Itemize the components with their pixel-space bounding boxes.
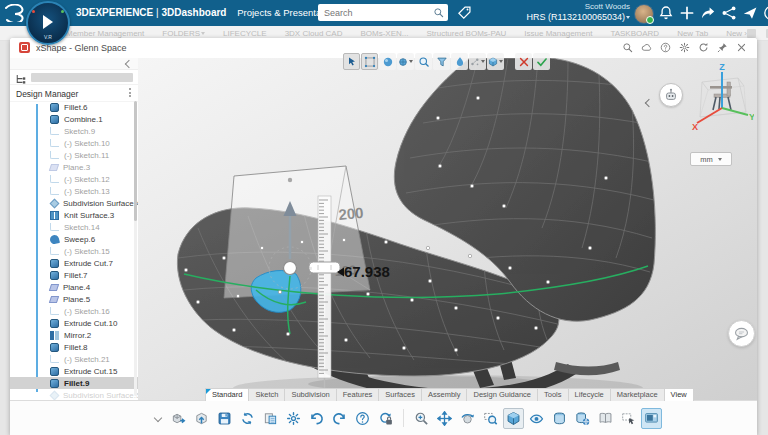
frame-tool-button[interactable] <box>361 53 378 70</box>
scrollbar-thumb[interactable] <box>134 101 137 221</box>
render-style-button[interactable] <box>397 53 414 70</box>
search-button[interactable] <box>622 42 633 53</box>
collapse-right-icon[interactable] <box>646 92 654 100</box>
dashboard-tab-3dx-cloud-cad[interactable]: 3DX Cloud CAD <box>285 29 343 38</box>
zoom-area-button[interactable] <box>480 408 501 429</box>
update-lock-button[interactable] <box>375 408 396 429</box>
tree-item--sketch-13[interactable]: (-) Sketch.13 <box>10 185 138 197</box>
tree-item-fillet-6[interactable]: Fillet.6 <box>10 101 138 113</box>
dashboard-tab-lifecycle[interactable]: LIFECYCLE <box>223 29 267 38</box>
share-arrow-button[interactable] <box>700 5 716 21</box>
avatar[interactable] <box>634 4 654 24</box>
help-button[interactable] <box>352 408 373 429</box>
dimension-slider-handle[interactable] <box>309 262 340 273</box>
dashboard-tab-issue-management[interactable]: Issue Management <box>524 29 592 38</box>
tab-features[interactable]: Features <box>336 388 380 401</box>
share-nodes-button[interactable] <box>721 5 737 21</box>
collapse-panel-icon[interactable] <box>125 60 133 68</box>
pin-button[interactable] <box>717 42 728 53</box>
dashboard-tab-new-tab[interactable]: New Tab <box>677 29 708 38</box>
axis-triad[interactable]: Z X Y <box>686 62 754 150</box>
select-window-button[interactable] <box>618 408 639 429</box>
search-input[interactable] <box>322 7 433 19</box>
panel-scrollbar[interactable] <box>134 101 137 396</box>
screen-mode-button[interactable] <box>641 408 662 429</box>
tab-sketch[interactable]: Sketch <box>248 388 285 401</box>
tree-item-subdivision-surface-5[interactable]: Subdivision Surface.5 <box>10 389 138 400</box>
redo-button[interactable] <box>329 408 350 429</box>
plane-button[interactable] <box>742 5 758 21</box>
tree-item-fillet-7[interactable]: Fillet.7 <box>10 269 138 281</box>
dashboard-tab-structured-boms-pau[interactable]: Structured BOMs-PAU <box>426 29 506 38</box>
help-button[interactable] <box>660 42 671 53</box>
comment-bubble-button[interactable] <box>728 320 755 347</box>
tree-item-extrude-cut-15[interactable]: Extrude Cut.15 <box>10 365 138 377</box>
units-dropdown[interactable]: mm <box>690 152 732 166</box>
tree-structure-icon[interactable] <box>15 71 27 83</box>
filter-tool-button[interactable] <box>433 53 450 70</box>
import-button[interactable] <box>191 408 212 429</box>
tab-view[interactable]: View <box>664 388 694 401</box>
view-style-button[interactable] <box>526 408 547 429</box>
material-tool-button[interactable] <box>451 53 468 70</box>
tree-item--sketch-21[interactable]: (-) Sketch.21 <box>10 353 138 365</box>
add-button[interactable] <box>679 5 695 21</box>
toolbar-collapse-icon[interactable] <box>152 412 164 424</box>
tag-button[interactable] <box>457 5 472 20</box>
tree-item-subdivision-surface-4[interactable]: Subdivision Surface.4 <box>10 197 138 209</box>
zoom-button[interactable] <box>411 408 432 429</box>
tab-surfaces[interactable]: Surfaces <box>378 388 422 401</box>
tree-item-plane-3[interactable]: Plane.3 <box>10 161 138 173</box>
undo-button[interactable] <box>306 408 327 429</box>
app-name[interactable]: 3DDashboard <box>161 7 226 18</box>
tree-item--sketch-15[interactable]: (-) Sketch.15 <box>10 245 138 257</box>
search-icon[interactable] <box>433 7 444 18</box>
tab-tools[interactable]: Tools <box>537 388 569 401</box>
select-tool-button[interactable] <box>343 53 360 70</box>
bell-button[interactable] <box>658 5 674 21</box>
magnify-tool-button[interactable] <box>415 53 432 70</box>
dashboard-tab-member-management[interactable]: Member Management <box>66 29 144 38</box>
help-button[interactable] <box>763 5 768 21</box>
print-button[interactable] <box>260 408 281 429</box>
share-3d-button[interactable] <box>168 408 189 429</box>
refresh-button[interactable] <box>698 42 709 53</box>
accept-tool-button[interactable] <box>533 53 550 70</box>
cloud-button[interactable] <box>641 42 652 53</box>
tree-item--sketch-11[interactable]: (-) Sketch.11 <box>10 149 138 161</box>
dashboard-tab-taskboard[interactable]: TASKBOARD <box>610 29 659 38</box>
snap-tool-button[interactable] <box>469 53 486 70</box>
tab-lifecycle[interactable]: Lifecycle <box>568 388 611 401</box>
measurement-ruler[interactable] <box>318 196 331 388</box>
dimension-label[interactable]: 67.938 <box>337 263 390 280</box>
web-render-button[interactable] <box>572 408 593 429</box>
tab-assembly[interactable]: Assembly <box>421 388 468 401</box>
shading-tool-button[interactable] <box>379 53 396 70</box>
tree-item-extrude-cut-10[interactable]: Extrude Cut.10 <box>10 317 138 329</box>
cancel-tool-button[interactable] <box>515 53 532 70</box>
tree-item--sketch-10[interactable]: (-) Sketch.10 <box>10 137 138 149</box>
tab-design-guidance[interactable]: Design Guidance <box>466 388 538 401</box>
settings-button[interactable] <box>283 408 304 429</box>
tab-standard[interactable]: Standard <box>205 388 249 401</box>
view-cube-tool-button[interactable] <box>487 53 504 70</box>
tree-item-extrude-cut-7[interactable]: Extrude Cut.7 <box>10 257 138 269</box>
dashboard-tab-new-[interactable]: New › <box>726 29 747 38</box>
dashboard-tab-folders[interactable]: FOLDERS <box>162 29 205 38</box>
3d-viewport[interactable]: 200 100 67.938 <box>138 58 757 400</box>
close-button[interactable] <box>736 42 747 53</box>
tree-filter-field[interactable] <box>31 73 133 82</box>
user-menu[interactable]: Scott Woods HRS (R1132100065034) <box>500 2 630 22</box>
tree-item-fillet-9[interactable]: Fillet.9 <box>10 377 138 389</box>
tree-item-mirror-2[interactable]: Mirror.2 <box>10 329 138 341</box>
tree-item-combine-1[interactable]: Combine.1 <box>10 113 138 125</box>
tree-item-sketch-14[interactable]: Sketch.14 <box>10 221 138 233</box>
tree-item-plane-5[interactable]: Plane.5 <box>10 293 138 305</box>
pan-button[interactable] <box>434 408 455 429</box>
render-db-button[interactable] <box>549 408 570 429</box>
tree-item-knit-surface-3[interactable]: Knit Surface.3 <box>10 209 138 221</box>
shaded-cube-button[interactable] <box>503 408 524 429</box>
assistant-robot-button[interactable] <box>659 83 683 107</box>
tree-item--sketch-16[interactable]: (-) Sketch.16 <box>10 305 138 317</box>
panel-menu-icon[interactable] <box>129 88 131 97</box>
